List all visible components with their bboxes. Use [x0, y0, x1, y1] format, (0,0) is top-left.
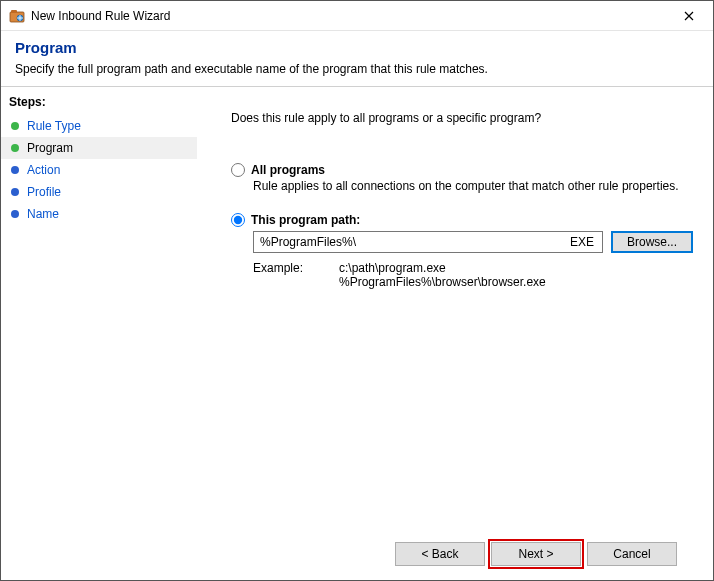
app-icon: [9, 8, 25, 24]
path-block: EXE Browse... Example: c:\path\program.e…: [231, 231, 693, 289]
content-top: Does this rule apply to all programs or …: [231, 111, 693, 532]
bullet-icon: [11, 144, 19, 152]
radio-all-programs[interactable]: [231, 163, 245, 177]
titlebar: New Inbound Rule Wizard: [1, 1, 713, 31]
radio-program-path[interactable]: [231, 213, 245, 227]
example-row: Example: c:\path\program.exe %ProgramFil…: [253, 261, 693, 289]
step-label: Profile: [27, 185, 61, 199]
browse-button[interactable]: Browse...: [611, 231, 693, 253]
step-profile[interactable]: Profile: [1, 181, 197, 203]
question-text: Does this rule apply to all programs or …: [231, 111, 693, 125]
step-label: Action: [27, 163, 60, 177]
cancel-button[interactable]: Cancel: [587, 542, 677, 566]
path-input-wrap: EXE: [253, 231, 603, 253]
back-button[interactable]: < Back: [395, 542, 485, 566]
footer: < Back Next > Cancel: [231, 532, 693, 580]
example-line-1: c:\path\program.exe: [339, 261, 546, 275]
step-label: Rule Type: [27, 119, 81, 133]
bullet-icon: [11, 210, 19, 218]
step-program[interactable]: Program: [1, 137, 197, 159]
page-title: Program: [15, 39, 699, 56]
header: Program Specify the full program path an…: [1, 31, 713, 86]
steps-heading: Steps:: [1, 91, 197, 115]
option-program-path[interactable]: This program path:: [231, 213, 693, 227]
window-title: New Inbound Rule Wizard: [31, 9, 667, 23]
step-rule-type[interactable]: Rule Type: [1, 115, 197, 137]
bullet-icon: [11, 166, 19, 174]
program-path-input[interactable]: [254, 232, 562, 252]
close-button[interactable]: [667, 2, 711, 30]
option-all-description: Rule applies to all connections on the c…: [231, 179, 693, 193]
next-button[interactable]: Next >: [491, 542, 581, 566]
step-name[interactable]: Name: [1, 203, 197, 225]
example-lines: c:\path\program.exe %ProgramFiles%\brows…: [339, 261, 546, 289]
step-label: Name: [27, 207, 59, 221]
option-all-programs[interactable]: All programs: [231, 163, 693, 177]
svg-rect-1: [11, 10, 17, 13]
bullet-icon: [11, 122, 19, 130]
sidebar: Steps: Rule Type Program Action Profile …: [1, 87, 197, 580]
content: Does this rule apply to all programs or …: [197, 87, 713, 580]
option-path-label: This program path:: [251, 213, 360, 227]
page-description: Specify the full program path and execut…: [15, 62, 699, 76]
example-line-2: %ProgramFiles%\browser\browser.exe: [339, 275, 546, 289]
step-action[interactable]: Action: [1, 159, 197, 181]
example-label: Example:: [253, 261, 339, 289]
step-label: Program: [27, 141, 73, 155]
path-row: EXE Browse...: [253, 231, 693, 253]
body: Steps: Rule Type Program Action Profile …: [1, 86, 713, 580]
path-extension: EXE: [562, 232, 602, 252]
wizard-window: New Inbound Rule Wizard Program Specify …: [0, 0, 714, 581]
option-all-label: All programs: [251, 163, 325, 177]
bullet-icon: [11, 188, 19, 196]
